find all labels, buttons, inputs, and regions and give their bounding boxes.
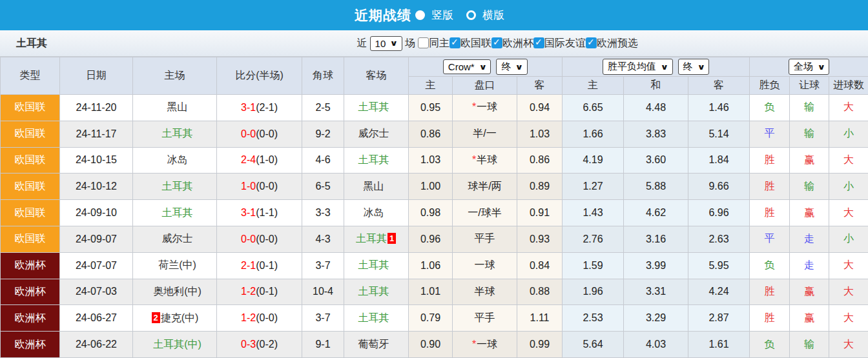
home-team-name: 土耳其 bbox=[162, 181, 193, 192]
table-row: 欧国联 24-10-15 冰岛 2-4(1-0) 4-6 土耳其 1.03 *半… bbox=[1, 147, 868, 174]
cell-corner: 9-1 bbox=[302, 332, 344, 358]
cell-avg-home: 2.53 bbox=[563, 305, 624, 332]
cell-avg-draw: 3.16 bbox=[624, 226, 688, 252]
score-halftime: (2-1) bbox=[256, 102, 278, 113]
cell-odds-away: 0.93 bbox=[517, 226, 563, 252]
checkbox-欧国联[interactable] bbox=[450, 37, 460, 48]
red-card-badge: 1 bbox=[388, 233, 396, 244]
checkbox-欧洲预选[interactable] bbox=[586, 37, 597, 48]
cell-home-team: 冰岛 bbox=[133, 147, 217, 174]
vertical-layout-label[interactable]: 竖版 bbox=[431, 8, 453, 23]
cell-corner: 3-3 bbox=[302, 200, 344, 226]
cell-avg-home: 1.59 bbox=[563, 252, 624, 279]
checkbox-欧洲杯[interactable] bbox=[491, 37, 502, 48]
score-halftime: (1-0) bbox=[256, 154, 278, 165]
cell-home-team: 荷兰(中) bbox=[133, 252, 217, 279]
avg-group-header: 胜平负均值∨ 终∨ bbox=[563, 57, 750, 77]
league-checkbox-group: 同主欧国联欧洲杯国际友谊欧洲预选 bbox=[418, 37, 638, 50]
cell-avg-away: 1.61 bbox=[688, 332, 750, 358]
team-name: 土耳其 bbox=[16, 37, 47, 50]
cell-result-goals: 大 bbox=[829, 305, 868, 332]
table-header: 类型 日期 主场 比分(半场) 角球 客场 Crow*∨ 终∨ 胜平负均值∨ 终… bbox=[1, 57, 868, 95]
checkbox-label[interactable]: 欧洲预选 bbox=[597, 37, 638, 48]
recent-count-select[interactable]: 10∨ bbox=[370, 36, 402, 51]
cell-avg-draw: 5.88 bbox=[624, 174, 688, 200]
cell-handicap-line: *半球 bbox=[453, 279, 517, 305]
home-team-name: 黑山 bbox=[167, 101, 188, 112]
cell-avg-draw: 4.62 bbox=[624, 200, 688, 226]
avg-type-select[interactable]: 胜平负均值∨ bbox=[603, 59, 673, 75]
cell-odds-home: 0.96 bbox=[409, 226, 453, 252]
col-header-odds-away: 客 bbox=[517, 77, 563, 95]
away-team-name: 土耳其 bbox=[358, 312, 389, 323]
checkbox-国际友谊[interactable] bbox=[533, 37, 544, 48]
horizontal-layout-radio[interactable] bbox=[466, 10, 476, 20]
cell-avg-home: 1.66 bbox=[563, 121, 624, 147]
score-fulltime: 3-1 bbox=[241, 207, 256, 218]
star-mark: * bbox=[472, 154, 476, 165]
col-header-home: 主场 bbox=[133, 57, 217, 95]
table-row: 欧国联 24-11-20 黑山 3-1(2-1) 2-5 土耳其 0.95 *一… bbox=[1, 95, 868, 121]
cell-odds-away: 0.86 bbox=[517, 147, 563, 174]
cell-result-wdl: 负 bbox=[750, 332, 790, 358]
checkbox-label[interactable]: 同主 bbox=[429, 37, 450, 48]
cell-result-goals: 小 bbox=[829, 174, 868, 200]
home-team-name: 奥地利(中) bbox=[153, 286, 202, 297]
handicap-text: 球半/两 bbox=[468, 181, 501, 192]
table-row: 欧洲杯 24-07-07 荷兰(中) 2-1(0-1) 3-7 土耳其 1.06… bbox=[1, 252, 868, 279]
score-halftime: (0-0) bbox=[256, 312, 278, 323]
bookmaker-select[interactable]: Crow*∨ bbox=[443, 59, 491, 74]
cell-away-team: 土耳其 bbox=[344, 252, 409, 279]
cell-score: 0-0(0-0) bbox=[217, 121, 302, 147]
cell-league-type: 欧国联 bbox=[1, 174, 60, 200]
cell-handicap-line: *平手 bbox=[453, 305, 517, 332]
cell-home-team: 土耳其(中) bbox=[133, 332, 217, 358]
away-team-name: 土耳其 bbox=[358, 154, 389, 165]
checkbox-label[interactable]: 国际友谊 bbox=[544, 37, 586, 48]
handicap-text: 一球 bbox=[477, 339, 497, 350]
scope-select[interactable]: 全场∨ bbox=[789, 59, 830, 75]
cell-result-goals: 大 bbox=[829, 252, 868, 279]
cell-avg-draw: 3.99 bbox=[624, 252, 688, 279]
score-halftime: (0-0) bbox=[256, 128, 278, 139]
cell-date: 24-09-10 bbox=[60, 200, 133, 226]
table-row: 欧国联 24-09-07 威尔士 0-0(0-0) 4-3 土耳其1 0.96 … bbox=[1, 226, 868, 252]
col-header-date: 日期 bbox=[60, 57, 133, 95]
cell-home-team: 黑山 bbox=[133, 95, 217, 121]
handicap-text: 一/球半 bbox=[468, 207, 501, 218]
cell-league-type: 欧洲杯 bbox=[1, 305, 60, 332]
cell-result-handicap: 输 bbox=[790, 95, 829, 121]
result-group-header: 全场∨ bbox=[750, 57, 868, 77]
filter-bar: 土耳其 近 10∨ 场 同主欧国联欧洲杯国际友谊欧洲预选 bbox=[0, 30, 868, 57]
cell-handicap-line: *半球 bbox=[453, 147, 517, 174]
checkbox-同主[interactable] bbox=[418, 37, 429, 48]
cell-score: 2-4(1-0) bbox=[217, 147, 302, 174]
avg-stage-select[interactable]: 终∨ bbox=[678, 59, 710, 75]
col-header-avg-home: 主 bbox=[563, 77, 624, 95]
horizontal-layout-label[interactable]: 横版 bbox=[482, 8, 504, 23]
cell-avg-away: 5.95 bbox=[688, 252, 750, 279]
cell-score: 3-1(1-1) bbox=[217, 200, 302, 226]
cell-avg-home: 2.76 bbox=[563, 226, 624, 252]
vertical-layout-radio[interactable] bbox=[415, 10, 425, 20]
cell-avg-away: 5.14 bbox=[688, 121, 750, 147]
cell-score: 2-1(0-1) bbox=[217, 252, 302, 279]
away-team-name: 土耳其 bbox=[358, 286, 389, 297]
col-header-score: 比分(半场) bbox=[217, 57, 302, 95]
away-team-name: 土耳其 bbox=[356, 233, 387, 244]
cell-corner: 9-2 bbox=[302, 121, 344, 147]
cell-result-wdl: 负 bbox=[750, 252, 790, 279]
cell-corner: 4-3 bbox=[302, 226, 344, 252]
cell-corner: 6-5 bbox=[302, 174, 344, 200]
cell-avg-away: 6.96 bbox=[688, 200, 750, 226]
checkbox-label[interactable]: 欧洲杯 bbox=[502, 37, 533, 48]
checkbox-label[interactable]: 欧国联 bbox=[460, 37, 491, 48]
cell-avg-away: 1.46 bbox=[688, 95, 750, 121]
cell-avg-draw: 4.48 bbox=[624, 95, 688, 121]
away-team-name: 威尔士 bbox=[358, 128, 389, 139]
table-row: 欧洲杯 24-06-27 2捷克(中) 1-2(0-0) 3-7 土耳其 0.7… bbox=[1, 305, 868, 332]
home-team-name: 冰岛 bbox=[167, 154, 188, 165]
col-header-corner: 角球 bbox=[302, 57, 344, 95]
cell-handicap-line: *平手 bbox=[453, 226, 517, 252]
bookmaker-stage-select[interactable]: 终∨ bbox=[496, 59, 528, 75]
